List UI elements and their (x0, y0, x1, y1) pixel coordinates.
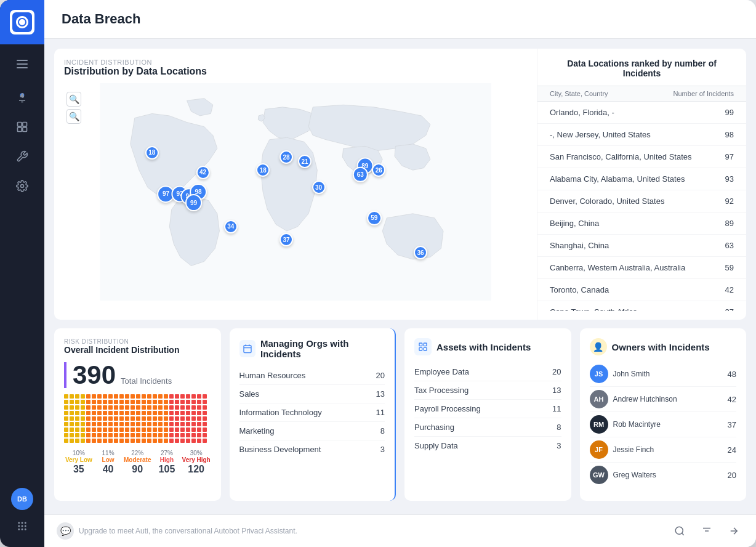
org-name: Business Development (239, 445, 321, 454)
map-pin: 42 (196, 166, 210, 179)
sidebar-item-settings[interactable] (9, 172, 36, 200)
risk-dot (64, 439, 68, 443)
risk-dot (103, 427, 107, 432)
risk-dot (119, 427, 124, 432)
sidebar-bottom: DB (11, 488, 33, 547)
risk-dot (70, 422, 74, 426)
risk-dot (169, 422, 174, 426)
owner-info: RM Rob Macintyre (590, 415, 661, 434)
location-row: Denver, Colorado, United States92 (537, 190, 746, 213)
owner-row: JS John Smith 48 (590, 362, 737, 387)
risk-level-value: 35 (64, 464, 94, 475)
svg-point-9 (22, 525, 23, 527)
svg-point-1 (20, 20, 24, 24)
risk-dot (158, 433, 163, 437)
user-avatar[interactable]: DB (11, 488, 33, 510)
risk-dot (142, 422, 146, 426)
map-pins-container: 184297929398991828213034378926635936 (64, 83, 527, 301)
risk-dot (75, 439, 79, 443)
export-button[interactable] (724, 521, 744, 541)
risk-dot (86, 411, 90, 415)
filter-button[interactable] (697, 521, 717, 541)
sidebar-logo[interactable] (0, 0, 44, 44)
svg-rect-24 (424, 343, 427, 346)
owner-info: JF Jessie Finch (590, 440, 654, 459)
locations-panel: Data Locations ranked by number of Incid… (537, 49, 746, 320)
owner-row: AH Andrew Hutchinson 42 (590, 387, 737, 412)
dot-column (108, 394, 113, 444)
risk-dot (86, 439, 90, 443)
location-count: 59 (725, 263, 734, 272)
risk-subtitle: Risk Distribution (64, 338, 211, 345)
owner-name: Andrew Hutchinson (613, 395, 677, 403)
sidebar-item-bell[interactable]: 4 (9, 84, 36, 111)
menu-toggle[interactable] (0, 49, 44, 79)
owner-avatar: JS (590, 365, 608, 383)
risk-dot (197, 400, 201, 404)
location-row: Cape Town, South Africa37 (537, 301, 746, 311)
zoom-in-button[interactable]: 🔍 (66, 92, 81, 107)
risk-dot (92, 439, 96, 443)
risk-dot (191, 394, 196, 399)
owner-avatar: GW (590, 466, 608, 484)
map-pin: 59 (367, 211, 382, 225)
risk-dot (125, 394, 129, 399)
risk-dot (136, 439, 140, 443)
dot-column (75, 394, 79, 444)
map-pin: 18 (256, 163, 270, 177)
risk-dot (175, 439, 179, 443)
owner-count: 20 (728, 471, 736, 480)
risk-total-number: 390 (64, 362, 116, 388)
risk-level-name: Low (94, 456, 123, 463)
risk-dot (92, 394, 96, 399)
search-button[interactable] (670, 521, 690, 541)
risk-dot (81, 394, 85, 399)
risk-dot (180, 416, 185, 421)
owners-card: 👤 Owners with Incidents JS John Smith 48… (580, 328, 747, 501)
dot-column (142, 394, 146, 444)
owner-name: Greg Walters (613, 471, 656, 479)
assets-title: Assets with Incidents (436, 342, 531, 352)
svg-rect-7 (23, 128, 27, 132)
risk-dot (75, 400, 79, 404)
risk-level-value: 40 (94, 464, 123, 475)
risk-dot (136, 405, 140, 410)
asset-count: 11 (552, 404, 561, 413)
sidebar-item-dashboard[interactable] (9, 113, 36, 140)
assets-icon (414, 338, 432, 355)
dot-column (131, 394, 135, 444)
owners-icon: 👤 (590, 338, 607, 355)
owner-count: 37 (728, 420, 736, 429)
asset-name: Payroll Processing (414, 404, 481, 413)
risk-dot (70, 427, 74, 432)
risk-dot (97, 405, 102, 410)
zoom-out-button[interactable]: 🔍 (66, 109, 81, 124)
owner-info: AH Andrew Hutchinson (590, 390, 677, 408)
dot-column (125, 394, 129, 444)
org-count: 11 (376, 408, 385, 417)
risk-dot (164, 405, 168, 410)
risk-dot (180, 422, 185, 426)
risk-dot (119, 411, 124, 415)
risk-dot (197, 439, 201, 443)
risk-dot (136, 411, 140, 415)
owner-info: JS John Smith (590, 365, 650, 383)
sidebar-item-tools[interactable] (9, 143, 36, 170)
risk-dot (108, 394, 113, 399)
risk-dot (92, 405, 96, 410)
risk-dot (97, 439, 102, 443)
risk-bars: 10% Very Low 35 11% Low 40 22% Moderate … (64, 450, 211, 475)
asset-count: 8 (557, 423, 561, 432)
dot-column (119, 394, 124, 444)
locations-header-city: City, State, Country (550, 90, 608, 97)
svg-text:4: 4 (21, 92, 24, 99)
risk-dot (103, 411, 107, 415)
risk-dot (147, 439, 151, 443)
owner-avatar: AH (590, 390, 608, 408)
risk-dot (169, 405, 174, 410)
risk-dot (64, 411, 68, 415)
risk-dot (164, 394, 168, 399)
risk-dot (70, 411, 74, 415)
risk-dot (92, 416, 96, 421)
grid-icon[interactable] (11, 515, 33, 537)
